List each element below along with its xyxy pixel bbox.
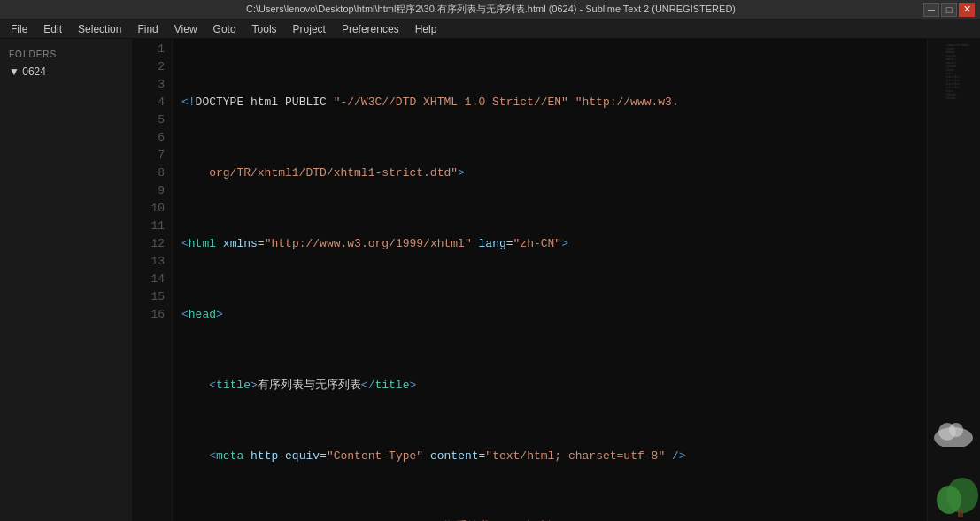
svg-point-2	[949, 423, 963, 437]
svg-point-4	[937, 486, 961, 514]
line-num-1: 1	[133, 41, 172, 58]
svg-rect-5	[958, 509, 963, 517]
code-line-5: <title>有序列表与无序列表</title>	[181, 377, 927, 395]
code-line-3: <html xmlns="http://www.w3.org/1999/xhtm…	[181, 235, 927, 253]
line-num-9: 9	[133, 182, 172, 200]
line-num-6: 6	[133, 129, 172, 147]
code-line-2: org/TR/xhtml1/DTD/xhtml1-strict.dtd">	[181, 165, 927, 182]
maximize-button[interactable]: □	[941, 3, 957, 17]
code-editor[interactable]: <!DOCTYPE html PUBLIC "-//W3C//DTD XHTML…	[173, 39, 927, 521]
line-num-12: 12	[133, 235, 172, 253]
editor-area[interactable]: 1 2 3 4 5 6 7 8 9 10 11 12 13 14 15 16	[133, 39, 980, 521]
main-layout: FOLDERS ▼ 0624 1 2 3 4 5 6 7 8 9 10 11 1…	[0, 39, 980, 521]
line-num-2: 2	[133, 58, 172, 76]
tree-decoration	[931, 469, 980, 521]
line-numbers: 1 2 3 4 5 6 7 8 9 10 11 12 13 14 15 16	[133, 39, 173, 521]
line-num-5: 5	[133, 111, 172, 129]
sidebar-folder-item[interactable]: ▼ 0624	[0, 63, 132, 80]
menu-item-goto[interactable]: Goto	[206, 20, 243, 38]
line-num-8: 8	[133, 165, 172, 182]
title-bar-controls: ─ □ ✕	[923, 3, 975, 17]
sidebar-folders-label: FOLDERS	[0, 46, 132, 63]
code-line-1: <!DOCTYPE html PUBLIC "-//W3C//DTD XHTML…	[181, 94, 927, 111]
close-button[interactable]: ✕	[959, 3, 975, 17]
line-num-14: 14	[133, 271, 172, 288]
line-num-3: 3	[133, 76, 172, 94]
menu-item-find[interactable]: Find	[130, 20, 165, 38]
line-num-4: 4	[133, 94, 172, 111]
menu-item-view[interactable]: View	[167, 20, 204, 38]
code-line-4: <head>	[181, 306, 927, 324]
sidebar: FOLDERS ▼ 0624	[0, 39, 133, 521]
menu-item-preferences[interactable]: Preferences	[335, 20, 406, 38]
menu-bar: FileEditSelectionFindViewGotoToolsProjec…	[0, 19, 980, 39]
line-num-16: 16	[133, 306, 172, 324]
line-num-7: 7	[133, 147, 172, 165]
cloud-decoration	[931, 416, 976, 450]
folder-name: ▼ 0624	[9, 65, 46, 78]
line-num-10: 10	[133, 200, 172, 218]
minimap[interactable]: <!DOCTYPE html> <html> <head> <title> <m…	[927, 39, 980, 521]
menu-item-edit[interactable]: Edit	[36, 20, 69, 38]
minimize-button[interactable]: ─	[923, 3, 939, 17]
menu-item-help[interactable]: Help	[408, 20, 444, 38]
menu-item-project[interactable]: Project	[286, 20, 333, 38]
code-line-6: <meta http-equiv="Content-Type" content=…	[181, 448, 927, 465]
code-container: 1 2 3 4 5 6 7 8 9 10 11 12 13 14 15 16	[133, 39, 980, 521]
menu-item-selection[interactable]: Selection	[71, 20, 128, 38]
line-num-13: 13	[133, 253, 172, 271]
line-num-11: 11	[133, 218, 172, 235]
title-bar-text: C:\Users\lenovo\Desktop\html\html程序2\30.…	[58, 3, 923, 16]
minimap-content: <!DOCTYPE html> <html> <head> <title> <m…	[928, 39, 980, 106]
menu-item-file[interactable]: File	[4, 20, 35, 38]
line-num-15: 15	[133, 288, 172, 306]
menu-item-tools[interactable]: Tools	[245, 20, 284, 38]
title-bar: C:\Users\lenovo\Desktop\html\html程序2\30.…	[0, 0, 980, 19]
